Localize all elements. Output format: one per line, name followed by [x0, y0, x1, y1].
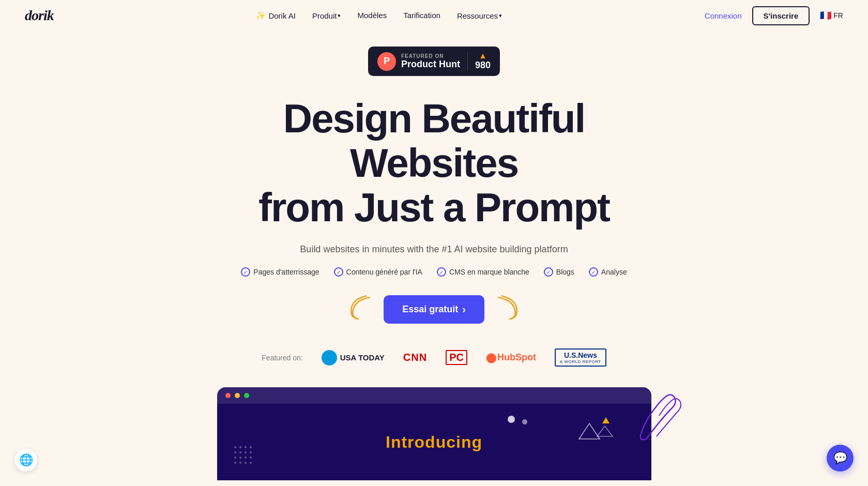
- check-icon: ✓: [589, 267, 598, 277]
- product-hunt-votes: ▲ 980: [467, 52, 491, 71]
- feature-chip-contenu: ✓ Contenu généré par l'IA: [334, 267, 422, 277]
- check-icon: ✓: [544, 267, 553, 277]
- demo-circle-decorations: [508, 414, 527, 424]
- sparkle-icon: ✨: [256, 11, 266, 20]
- hero-section: P FEATURED ON Product Hunt ▲ 980 Design …: [0, 31, 868, 480]
- svg-point-14: [245, 462, 247, 464]
- featured-logos-row: USA TODAY CNN PC ⬤ HubSpot U.S.News & WO…: [322, 348, 606, 367]
- feature-chip-landing: ✓ Pages d'atterrissage: [241, 267, 319, 277]
- nav-item-tarification[interactable]: Tarification: [403, 11, 440, 20]
- svg-point-7: [250, 451, 252, 453]
- demo-content: Introducing: [217, 404, 651, 480]
- cta-area: Essai gratuit ›: [384, 295, 484, 324]
- svg-point-12: [234, 462, 236, 464]
- svg-point-0: [234, 446, 236, 448]
- product-hunt-text-group: FEATURED ON Product Hunt: [401, 53, 460, 70]
- usa-today-logo: USA TODAY: [322, 350, 385, 366]
- cursor-decoration: [610, 387, 682, 457]
- upvote-arrow-icon: ▲: [479, 52, 487, 60]
- usnews-logo: U.S.News & WORLD REPORT: [555, 348, 606, 367]
- svg-point-13: [239, 462, 241, 464]
- privacy-settings-button[interactable]: 🌐: [14, 449, 37, 472]
- chat-icon: 💬: [833, 451, 847, 465]
- chat-support-button[interactable]: 💬: [827, 445, 854, 472]
- feature-chip-analyse: ✓ Analyse: [589, 267, 627, 277]
- nav-item-modeles[interactable]: Modèles: [357, 11, 387, 20]
- ressources-dropdown-icon: ▾: [499, 12, 502, 19]
- window-minimize-dot: [235, 393, 240, 398]
- cookie-icon: 🌐: [19, 453, 33, 467]
- nav-item-produit[interactable]: Produit ▾: [312, 11, 341, 20]
- svg-point-3: [250, 446, 252, 448]
- nav-item-ressources[interactable]: Ressources ▾: [457, 11, 502, 20]
- hero-title: Design Beautiful Websites from Just a Pr…: [212, 97, 657, 230]
- cta-swirl-left-icon: [344, 291, 383, 328]
- svg-point-2: [245, 446, 247, 448]
- demo-container: Introducing: [217, 387, 651, 480]
- product-hunt-logo-icon: P: [377, 52, 396, 71]
- demo-dot-grid: [233, 445, 258, 473]
- feature-chip-cms: ✓ CMS en marque blanche: [437, 267, 529, 277]
- hero-features: ✓ Pages d'atterrissage ✓ Contenu généré …: [241, 267, 627, 277]
- svg-point-15: [250, 462, 252, 464]
- signup-button[interactable]: S'inscrire: [752, 6, 810, 25]
- nav-links: ✨ Dorik AI Produit ▾ Modèles Tarificatio…: [256, 11, 502, 20]
- connexion-link[interactable]: Connexion: [705, 11, 742, 20]
- nav-item-dorik-ai[interactable]: ✨ Dorik AI: [256, 11, 296, 20]
- cta-swirl-right-icon: [485, 291, 524, 328]
- demo-window-controls: [217, 387, 651, 404]
- featured-on-section: Featured on: USA TODAY CNN PC ⬤ HubSpot …: [262, 348, 606, 367]
- hubspot-logo: ⬤ HubSpot: [486, 352, 536, 363]
- nav-right: Connexion S'inscrire 🇫🇷 FR: [705, 6, 843, 25]
- svg-point-6: [245, 451, 247, 453]
- product-hunt-badge[interactable]: P FEATURED ON Product Hunt ▲ 980: [368, 47, 500, 76]
- french-flag-icon: 🇫🇷: [820, 10, 831, 21]
- demo-triangle-decorations: [574, 413, 615, 446]
- cta-arrow-icon: ›: [462, 303, 466, 315]
- pc-mag-logo: PC: [446, 350, 467, 365]
- cnn-logo: CNN: [403, 352, 427, 363]
- check-icon: ✓: [437, 267, 446, 277]
- svg-point-8: [234, 457, 236, 459]
- language-selector[interactable]: 🇫🇷 FR: [820, 10, 843, 21]
- svg-point-9: [239, 457, 241, 459]
- hero-subtitle: Build websites in minutes with the #1 AI…: [300, 244, 568, 255]
- svg-point-1: [239, 446, 241, 448]
- svg-point-5: [239, 451, 241, 453]
- svg-marker-18: [602, 417, 610, 423]
- check-icon: ✓: [241, 267, 250, 277]
- demo-frame: Introducing: [217, 387, 651, 480]
- check-icon: ✓: [334, 267, 343, 277]
- svg-point-4: [234, 451, 236, 453]
- svg-point-11: [250, 457, 252, 459]
- usa-today-circle-icon: [322, 350, 337, 366]
- window-maximize-dot: [244, 393, 249, 398]
- logo[interactable]: dorik: [25, 7, 54, 24]
- feature-chip-blogs: ✓ Blogs: [544, 267, 574, 277]
- demo-intro-text: Introducing: [386, 433, 482, 452]
- produit-dropdown-icon: ▾: [338, 12, 341, 19]
- navigation: dorik ✨ Dorik AI Produit ▾ Modèles Tarif…: [0, 0, 868, 31]
- window-close-dot: [225, 393, 231, 398]
- svg-point-10: [245, 457, 247, 459]
- cta-button[interactable]: Essai gratuit ›: [384, 295, 484, 324]
